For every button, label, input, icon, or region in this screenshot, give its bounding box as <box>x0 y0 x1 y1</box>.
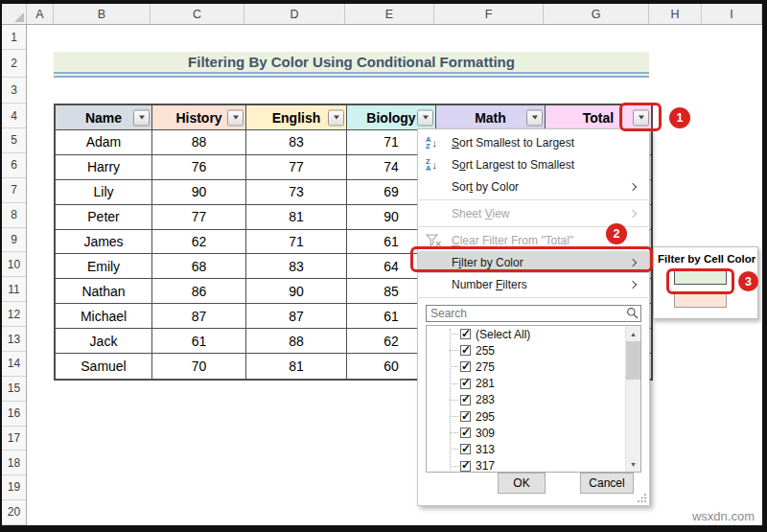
column-header-math[interactable]: Math <box>436 105 546 130</box>
cell-history[interactable]: 87 <box>152 304 246 329</box>
filter-value-checkbox[interactable] <box>460 379 471 389</box>
cell-history[interactable]: 70 <box>152 354 246 379</box>
filter-value-checkbox[interactable] <box>460 345 471 356</box>
cell-english[interactable]: 83 <box>246 130 347 155</box>
cell-english[interactable]: 83 <box>246 254 347 279</box>
cell-name[interactable]: Adam <box>56 130 152 155</box>
filter-list-item-select-all[interactable]: (Select All) <box>427 326 640 342</box>
cancel-button[interactable]: Cancel <box>580 473 634 494</box>
cell-history[interactable]: 77 <box>152 205 246 230</box>
filter-value-checkbox[interactable] <box>460 329 471 339</box>
row-header-5[interactable]: 5 <box>2 128 26 153</box>
col-header-I[interactable]: I <box>702 4 762 24</box>
cell-name[interactable]: Nathan <box>56 279 152 304</box>
row-header-3[interactable]: 3 <box>2 78 26 104</box>
filter-value-checkbox[interactable] <box>460 444 471 454</box>
row-header-18[interactable]: 18 <box>2 451 26 475</box>
row-header-9[interactable]: 9 <box>2 228 26 253</box>
cell-history[interactable]: 88 <box>152 130 246 155</box>
search-icon[interactable] <box>626 306 639 323</box>
filter-value-checkbox[interactable] <box>460 411 471 422</box>
col-header-B[interactable]: B <box>54 4 151 24</box>
filter-list-item-309[interactable]: 309 <box>427 425 640 441</box>
filter-value-checkbox[interactable] <box>460 395 471 405</box>
filter-dropdown-button-biology[interactable] <box>417 109 433 126</box>
filter-list-item-255[interactable]: 255 <box>427 342 640 359</box>
row-header-20[interactable]: 20 <box>2 500 26 525</box>
cell-name[interactable]: Jack <box>56 329 152 354</box>
cell-english[interactable]: 71 <box>246 230 347 255</box>
cell-english[interactable]: 81 <box>246 354 347 379</box>
cell-name[interactable]: James <box>56 230 152 255</box>
filter-dropdown-button-name[interactable] <box>133 109 150 126</box>
row-header-2[interactable]: 2 <box>2 50 26 78</box>
cell-name[interactable]: Harry <box>56 155 152 180</box>
row-header-16[interactable]: 16 <box>2 402 26 427</box>
ok-button[interactable]: OK <box>498 473 546 494</box>
filter-dropdown-button-history[interactable] <box>227 109 244 126</box>
col-header-E[interactable]: E <box>345 4 434 24</box>
filter-list-item-313[interactable]: 313 <box>427 441 640 457</box>
filter-list-item-295[interactable]: 295 <box>427 408 640 425</box>
cell-name[interactable]: Samuel <box>56 354 152 379</box>
row-header-10[interactable]: 10 <box>2 252 26 277</box>
cell-history[interactable]: 86 <box>152 279 246 304</box>
cell-english[interactable]: 90 <box>246 279 347 304</box>
row-header-14[interactable]: 14 <box>2 352 26 377</box>
select-all-corner[interactable] <box>2 4 27 24</box>
cell-english[interactable]: 77 <box>246 155 347 180</box>
filter-value-checkbox[interactable] <box>460 461 471 472</box>
cell-english[interactable]: 87 <box>246 304 347 329</box>
filter-list-item-283[interactable]: 283 <box>427 392 640 408</box>
scroll-thumb[interactable] <box>626 341 640 380</box>
row-header-13[interactable]: 13 <box>2 327 26 352</box>
search-input[interactable] <box>426 305 641 322</box>
cell-name[interactable]: Michael <box>56 304 152 329</box>
filter-dropdown-button-math[interactable] <box>526 109 543 126</box>
row-header-4[interactable]: 4 <box>2 104 26 128</box>
cell-english[interactable]: 81 <box>246 205 347 230</box>
cell-english[interactable]: 73 <box>246 180 347 205</box>
col-header-G[interactable]: G <box>544 4 649 24</box>
column-header-english[interactable]: English <box>246 105 347 130</box>
menu-item-sort-largest-to-smallest[interactable]: ZA↓Sort Largest to Smallest <box>418 153 649 175</box>
cell-history[interactable]: 62 <box>152 230 246 255</box>
row-header-6[interactable]: 6 <box>2 153 26 178</box>
col-header-H[interactable]: H <box>649 4 702 24</box>
filter-list-item-275[interactable]: 275 <box>427 359 640 375</box>
menu-item-number-filters[interactable]: Number Filters <box>418 273 649 295</box>
menu-item-sort-by-color[interactable]: Sort by Color <box>418 175 649 197</box>
filter-value-checkbox[interactable] <box>460 428 471 438</box>
resize-grip[interactable] <box>638 494 646 502</box>
scroll-up-icon[interactable]: ▲ <box>626 326 640 341</box>
cell-name[interactable]: Emily <box>56 254 152 279</box>
filter-list-item-317[interactable]: 317 <box>427 458 640 474</box>
col-header-C[interactable]: C <box>151 4 244 24</box>
list-scrollbar[interactable]: ▲ ▼ <box>625 326 640 472</box>
row-header-8[interactable]: 8 <box>2 203 26 228</box>
filter-list-item-281[interactable]: 281 <box>427 376 640 392</box>
cell-history[interactable]: 61 <box>152 329 246 354</box>
color-swatch-light-orange[interactable] <box>674 293 727 308</box>
cell-name[interactable]: Peter <box>56 205 152 230</box>
row-header-7[interactable]: 7 <box>2 178 26 203</box>
cell-history[interactable]: 76 <box>152 155 246 180</box>
column-header-name[interactable]: Name <box>56 105 152 130</box>
row-header-19[interactable]: 19 <box>2 475 26 500</box>
cell-history[interactable]: 90 <box>152 180 246 205</box>
cell-name[interactable]: Lily <box>56 180 152 205</box>
col-header-A[interactable]: A <box>27 4 54 24</box>
filter-dropdown-button-english[interactable] <box>328 109 344 126</box>
column-header-biology[interactable]: Biology <box>347 105 436 130</box>
row-header-12[interactable]: 12 <box>2 302 26 327</box>
menu-item-sort-smallest-to-largest[interactable]: AZ↓Sort Smallest to Largest <box>418 131 649 153</box>
row-header-11[interactable]: 11 <box>2 277 26 302</box>
cell-english[interactable]: 88 <box>246 329 347 354</box>
col-header-F[interactable]: F <box>434 4 544 24</box>
row-header-15[interactable]: 15 <box>2 377 26 402</box>
cell-history[interactable]: 68 <box>152 254 246 279</box>
row-header-17[interactable]: 17 <box>2 427 26 451</box>
col-header-D[interactable]: D <box>244 4 345 24</box>
column-header-history[interactable]: History <box>152 105 246 130</box>
row-header-1[interactable]: 1 <box>2 25 26 50</box>
